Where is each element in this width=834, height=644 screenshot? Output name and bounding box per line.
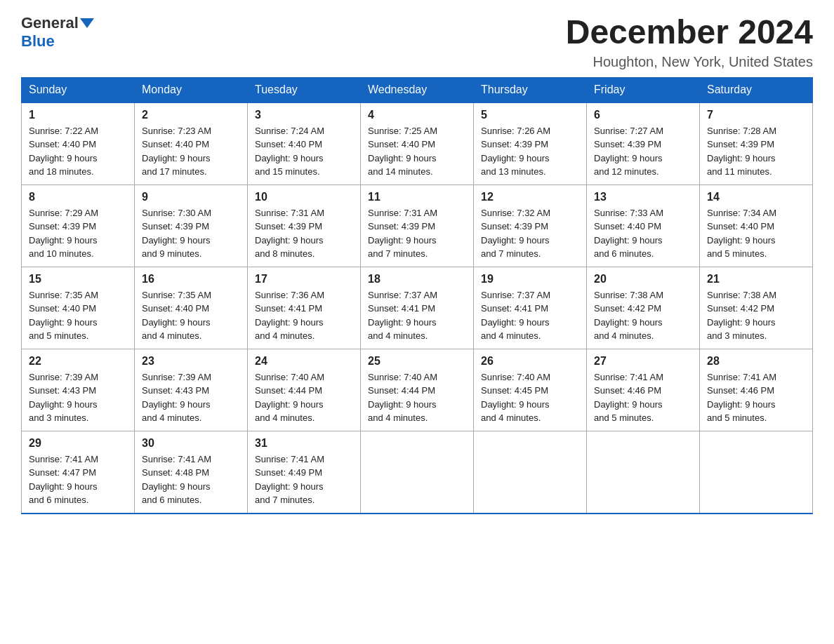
- logo: General Blue: [21, 14, 95, 51]
- table-row: 19 Sunrise: 7:37 AM Sunset: 4:41 PM Dayl…: [474, 267, 587, 349]
- day-info: Sunrise: 7:24 AM Sunset: 4:40 PM Dayligh…: [255, 124, 353, 179]
- table-row: 30 Sunrise: 7:41 AM Sunset: 4:48 PM Dayl…: [135, 431, 248, 514]
- table-row: 11 Sunrise: 7:31 AM Sunset: 4:39 PM Dayl…: [361, 185, 474, 267]
- day-number: 26: [481, 355, 579, 368]
- day-info: Sunrise: 7:31 AM Sunset: 4:39 PM Dayligh…: [368, 206, 466, 261]
- table-row: 21 Sunrise: 7:38 AM Sunset: 4:42 PM Dayl…: [700, 267, 813, 349]
- header-sunday: Sunday: [22, 77, 135, 102]
- day-info: Sunrise: 7:41 AM Sunset: 4:48 PM Dayligh…: [142, 452, 240, 507]
- day-info: Sunrise: 7:41 AM Sunset: 4:46 PM Dayligh…: [594, 370, 692, 425]
- logo-general-text: General: [21, 14, 79, 32]
- day-number: 8: [29, 191, 127, 203]
- day-info: Sunrise: 7:39 AM Sunset: 4:43 PM Dayligh…: [29, 370, 127, 425]
- day-info: Sunrise: 7:38 AM Sunset: 4:42 PM Dayligh…: [707, 288, 805, 343]
- logo-blue-text: Blue: [21, 32, 55, 50]
- day-number: 15: [29, 273, 127, 286]
- header-thursday: Thursday: [474, 77, 587, 102]
- day-info: Sunrise: 7:41 AM Sunset: 4:49 PM Dayligh…: [255, 452, 353, 507]
- day-number: 22: [29, 355, 127, 368]
- calendar-row: 8 Sunrise: 7:29 AM Sunset: 4:39 PM Dayli…: [22, 185, 813, 267]
- day-number: 19: [481, 273, 579, 286]
- table-row: 24 Sunrise: 7:40 AM Sunset: 4:44 PM Dayl…: [248, 349, 361, 431]
- day-info: Sunrise: 7:23 AM Sunset: 4:40 PM Dayligh…: [142, 124, 240, 179]
- day-info: Sunrise: 7:40 AM Sunset: 4:44 PM Dayligh…: [368, 370, 466, 425]
- table-row: 6 Sunrise: 7:27 AM Sunset: 4:39 PM Dayli…: [587, 102, 700, 185]
- table-row: 7 Sunrise: 7:28 AM Sunset: 4:39 PM Dayli…: [700, 102, 813, 185]
- day-info: Sunrise: 7:25 AM Sunset: 4:40 PM Dayligh…: [368, 124, 466, 179]
- day-info: Sunrise: 7:26 AM Sunset: 4:39 PM Dayligh…: [481, 124, 579, 179]
- day-number: 13: [594, 191, 692, 203]
- table-row: 5 Sunrise: 7:26 AM Sunset: 4:39 PM Dayli…: [474, 102, 587, 185]
- day-info: Sunrise: 7:22 AM Sunset: 4:40 PM Dayligh…: [29, 124, 127, 179]
- day-number: 4: [368, 109, 466, 121]
- table-row: 16 Sunrise: 7:35 AM Sunset: 4:40 PM Dayl…: [135, 267, 248, 349]
- header-saturday: Saturday: [700, 77, 813, 102]
- day-info: Sunrise: 7:37 AM Sunset: 4:41 PM Dayligh…: [481, 288, 579, 343]
- header-monday: Monday: [135, 77, 248, 102]
- day-info: Sunrise: 7:32 AM Sunset: 4:39 PM Dayligh…: [481, 206, 579, 261]
- table-row: [700, 431, 813, 514]
- table-row: 4 Sunrise: 7:25 AM Sunset: 4:40 PM Dayli…: [361, 102, 474, 185]
- day-number: 20: [594, 273, 692, 286]
- day-number: 18: [368, 273, 466, 286]
- table-row: 12 Sunrise: 7:32 AM Sunset: 4:39 PM Dayl…: [474, 185, 587, 267]
- table-row: [587, 431, 700, 514]
- day-number: 7: [707, 109, 805, 121]
- table-row: 29 Sunrise: 7:41 AM Sunset: 4:47 PM Dayl…: [22, 431, 135, 514]
- day-number: 23: [142, 355, 240, 368]
- header-row: Sunday Monday Tuesday Wednesday Thursday…: [22, 77, 813, 102]
- day-number: 1: [29, 109, 127, 121]
- table-row: 8 Sunrise: 7:29 AM Sunset: 4:39 PM Dayli…: [22, 185, 135, 267]
- table-row: 14 Sunrise: 7:34 AM Sunset: 4:40 PM Dayl…: [700, 185, 813, 267]
- logo-arrow-icon: [80, 18, 94, 28]
- day-info: Sunrise: 7:34 AM Sunset: 4:40 PM Dayligh…: [707, 206, 805, 261]
- day-info: Sunrise: 7:28 AM Sunset: 4:39 PM Dayligh…: [707, 124, 805, 179]
- day-number: 12: [481, 191, 579, 203]
- day-info: Sunrise: 7:41 AM Sunset: 4:47 PM Dayligh…: [29, 452, 127, 507]
- day-info: Sunrise: 7:38 AM Sunset: 4:42 PM Dayligh…: [594, 288, 692, 343]
- day-info: Sunrise: 7:40 AM Sunset: 4:45 PM Dayligh…: [481, 370, 579, 425]
- day-number: 28: [707, 355, 805, 368]
- table-row: [474, 431, 587, 514]
- day-info: Sunrise: 7:31 AM Sunset: 4:39 PM Dayligh…: [255, 206, 353, 261]
- calendar-table: Sunday Monday Tuesday Wednesday Thursday…: [21, 77, 813, 514]
- table-row: 2 Sunrise: 7:23 AM Sunset: 4:40 PM Dayli…: [135, 102, 248, 185]
- day-info: Sunrise: 7:37 AM Sunset: 4:41 PM Dayligh…: [368, 288, 466, 343]
- table-row: 23 Sunrise: 7:39 AM Sunset: 4:43 PM Dayl…: [135, 349, 248, 431]
- day-number: 2: [142, 109, 240, 121]
- day-number: 31: [255, 437, 353, 450]
- table-row: 27 Sunrise: 7:41 AM Sunset: 4:46 PM Dayl…: [587, 349, 700, 431]
- table-row: 17 Sunrise: 7:36 AM Sunset: 4:41 PM Dayl…: [248, 267, 361, 349]
- day-info: Sunrise: 7:27 AM Sunset: 4:39 PM Dayligh…: [594, 124, 692, 179]
- day-info: Sunrise: 7:40 AM Sunset: 4:44 PM Dayligh…: [255, 370, 353, 425]
- header-wednesday: Wednesday: [361, 77, 474, 102]
- calendar-row: 1 Sunrise: 7:22 AM Sunset: 4:40 PM Dayli…: [22, 102, 813, 185]
- calendar-row: 22 Sunrise: 7:39 AM Sunset: 4:43 PM Dayl…: [22, 349, 813, 431]
- day-info: Sunrise: 7:39 AM Sunset: 4:43 PM Dayligh…: [142, 370, 240, 425]
- table-row: 28 Sunrise: 7:41 AM Sunset: 4:46 PM Dayl…: [700, 349, 813, 431]
- location-subtitle: Houghton, New York, United States: [566, 54, 813, 70]
- header-friday: Friday: [587, 77, 700, 102]
- table-row: 9 Sunrise: 7:30 AM Sunset: 4:39 PM Dayli…: [135, 185, 248, 267]
- day-info: Sunrise: 7:35 AM Sunset: 4:40 PM Dayligh…: [142, 288, 240, 343]
- day-number: 17: [255, 273, 353, 286]
- table-row: 20 Sunrise: 7:38 AM Sunset: 4:42 PM Dayl…: [587, 267, 700, 349]
- day-number: 16: [142, 273, 240, 286]
- day-number: 9: [142, 191, 240, 203]
- header-tuesday: Tuesday: [248, 77, 361, 102]
- day-info: Sunrise: 7:30 AM Sunset: 4:39 PM Dayligh…: [142, 206, 240, 261]
- day-number: 14: [707, 191, 805, 203]
- table-row: 31 Sunrise: 7:41 AM Sunset: 4:49 PM Dayl…: [248, 431, 361, 514]
- title-section: December 2024 Houghton, New York, United…: [566, 14, 813, 70]
- table-row: 10 Sunrise: 7:31 AM Sunset: 4:39 PM Dayl…: [248, 185, 361, 267]
- day-info: Sunrise: 7:33 AM Sunset: 4:40 PM Dayligh…: [594, 206, 692, 261]
- table-row: 18 Sunrise: 7:37 AM Sunset: 4:41 PM Dayl…: [361, 267, 474, 349]
- table-row: 22 Sunrise: 7:39 AM Sunset: 4:43 PM Dayl…: [22, 349, 135, 431]
- table-row: 26 Sunrise: 7:40 AM Sunset: 4:45 PM Dayl…: [474, 349, 587, 431]
- day-number: 11: [368, 191, 466, 203]
- day-number: 30: [142, 437, 240, 450]
- month-title: December 2024: [566, 14, 813, 51]
- day-number: 25: [368, 355, 466, 368]
- table-row: 25 Sunrise: 7:40 AM Sunset: 4:44 PM Dayl…: [361, 349, 474, 431]
- table-row: 1 Sunrise: 7:22 AM Sunset: 4:40 PM Dayli…: [22, 102, 135, 185]
